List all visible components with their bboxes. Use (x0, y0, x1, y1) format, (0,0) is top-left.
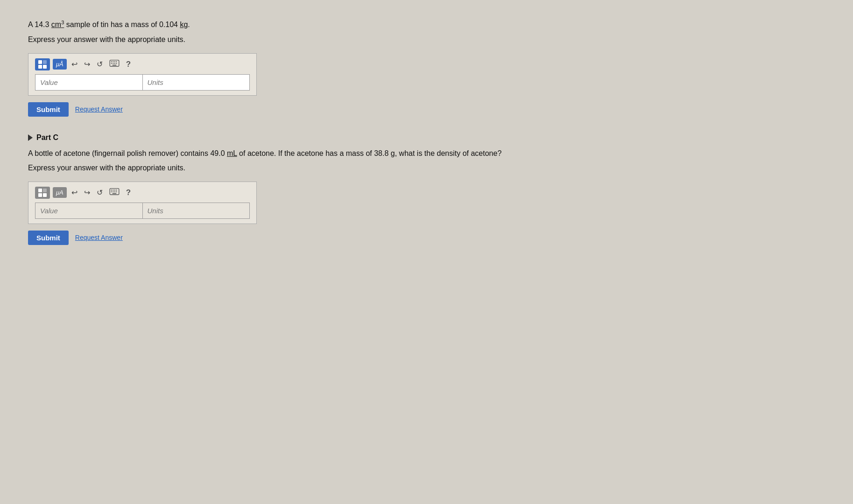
grid-icon-c (38, 189, 47, 197)
unit-ml: mL (227, 149, 237, 157)
part-b-submit-button[interactable]: Submit (28, 102, 69, 117)
part-b-action-row: Submit Request Answer (28, 102, 825, 117)
part-b-redo-button[interactable]: ↪ (82, 59, 92, 70)
unit-g: g (391, 149, 395, 157)
part-b-keyboard-button[interactable] (107, 59, 121, 70)
part-b-undo-button[interactable]: ↩ (70, 59, 79, 70)
part-c-keyboard-button[interactable] (107, 187, 121, 198)
mu-a-label-c: μA (56, 189, 63, 196)
unit-kg: kg (180, 21, 188, 28)
part-c-mu-a-button[interactable]: μA (53, 187, 67, 198)
part-c-question-line1: A bottle of acetone (fingernail polish r… (28, 147, 825, 160)
part-c-section: Part C A bottle of acetone (fingernail p… (28, 133, 825, 245)
part-c-help-button[interactable]: ? (124, 187, 133, 198)
part-c-input-row (35, 203, 250, 219)
mu-a-label: μÅ (56, 61, 63, 68)
part-c-undo-button[interactable]: ↩ (70, 187, 79, 198)
part-b-toolbar: μÅ ↩ ↪ ↺ (35, 58, 250, 70)
part-c-value-input[interactable] (35, 203, 143, 219)
part-c-grid-icon-button[interactable] (35, 187, 50, 199)
part-b-question-line2: Express your answer with the appropriate… (28, 34, 825, 46)
part-b-mu-a-button[interactable]: μÅ (53, 59, 67, 70)
part-b-input-row (35, 74, 250, 91)
part-c-submit-button[interactable]: Submit (28, 231, 69, 245)
part-b-request-answer-button[interactable]: Request Answer (75, 105, 123, 113)
part-b-value-input[interactable] (35, 74, 143, 91)
part-b-question-line1: A 14.3 cm3 sample of tin has a mass of 0… (28, 19, 825, 31)
part-c-action-row: Submit Request Answer (28, 231, 825, 245)
part-b-help-button[interactable]: ? (124, 59, 133, 70)
part-c-label: Part C (36, 133, 58, 142)
part-c-question-line2: Express your answer with the appropriate… (28, 162, 825, 174)
part-c-redo-button[interactable]: ↪ (82, 187, 92, 198)
part-b-reset-button[interactable]: ↺ (95, 59, 105, 70)
part-b-section: A 14.3 cm3 sample of tin has a mass of 0… (28, 19, 825, 117)
grid-icon (38, 60, 47, 69)
part-b-grid-icon-button[interactable] (35, 58, 50, 70)
part-c-units-input[interactable] (143, 203, 250, 219)
unit-cm3: cm3 (51, 21, 64, 28)
part-c-collapse-triangle[interactable] (28, 134, 33, 141)
keyboard-icon-c (109, 188, 120, 196)
part-b-units-input[interactable] (143, 74, 250, 91)
part-c-answer-box: μA ↩ ↪ ↺ (28, 182, 257, 224)
part-b-answer-box: μÅ ↩ ↪ ↺ (28, 53, 257, 96)
part-c-request-answer-button[interactable]: Request Answer (75, 234, 123, 241)
keyboard-icon (109, 60, 120, 67)
part-c-reset-button[interactable]: ↺ (95, 187, 105, 198)
part-c-toolbar: μA ↩ ↪ ↺ (35, 187, 250, 199)
part-c-header: Part C (28, 133, 825, 142)
